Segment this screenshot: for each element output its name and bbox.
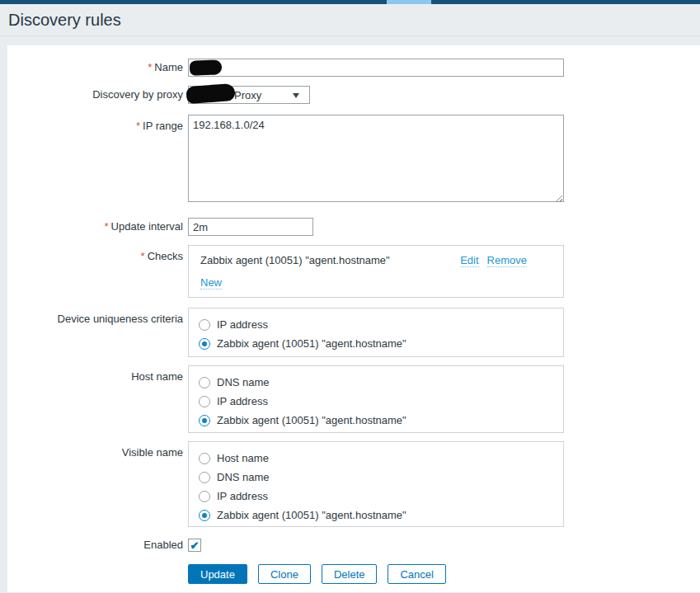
radio-icon[interactable] xyxy=(199,472,210,483)
redaction-mark xyxy=(186,83,235,104)
device-uniqueness-label: Device uniqueness criteria xyxy=(7,308,183,325)
radio-checked-icon[interactable] xyxy=(199,338,210,350)
clone-button[interactable]: Clone xyxy=(258,564,311,584)
host-name-label: Host name xyxy=(7,365,183,383)
row-name: *Name xyxy=(7,59,700,77)
enabled-label: Enabled xyxy=(7,539,183,552)
row-checks: *Checks Zabbix agent (10051) "agent.host… xyxy=(7,245,700,298)
visible-name-radio-group: Host name DNS name IP address Zabbix age… xyxy=(188,441,564,527)
check-item-name: Zabbix agent (10051) "agent.hostname" xyxy=(200,254,390,266)
radio-icon[interactable] xyxy=(199,377,210,388)
radio-option-label: IP address xyxy=(217,490,268,502)
top-nav-bar xyxy=(0,0,700,4)
cancel-button[interactable]: Cancel xyxy=(388,564,445,584)
update-button[interactable]: Update xyxy=(188,564,247,584)
checkmark-icon: ✔ xyxy=(190,540,200,551)
name-field-wrap xyxy=(188,59,564,77)
visible-name-option-zabbix-agent[interactable]: Zabbix agent (10051) "agent.hostname" xyxy=(199,506,563,525)
footer-buttons: Update Clone Delete Cancel xyxy=(188,564,446,584)
proxy-select[interactable]: Proxy xyxy=(188,86,310,104)
radio-option-label: DNS name xyxy=(217,471,270,483)
radio-icon[interactable] xyxy=(199,453,210,464)
host-name-option-ip-address[interactable]: IP address xyxy=(199,392,563,411)
name-label: *Name xyxy=(7,59,183,77)
uniqueness-option-ip-address[interactable]: IP address xyxy=(199,315,563,334)
ip-range-textarea[interactable]: 192.168.1.0/24 xyxy=(188,115,564,202)
host-name-radio-group: DNS name IP address Zabbix agent (10051)… xyxy=(188,365,564,433)
update-interval-label: *Update interval xyxy=(7,218,183,236)
radio-option-label: IP address xyxy=(217,395,268,407)
page-header: Discovery rules xyxy=(0,4,700,36)
row-update-interval: *Update interval xyxy=(7,218,700,236)
proxy-label: Discovery by proxy xyxy=(7,86,183,104)
required-asterisk: * xyxy=(136,120,140,132)
top-nav-active-indicator xyxy=(387,0,431,4)
remove-check-link[interactable]: Remove xyxy=(487,254,527,267)
edit-check-link[interactable]: Edit xyxy=(460,254,478,267)
visible-name-option-dns-name[interactable]: DNS name xyxy=(199,468,563,487)
required-asterisk: * xyxy=(104,220,108,233)
visible-name-option-ip-address[interactable]: IP address xyxy=(199,487,563,506)
check-item-actions: Edit Remove xyxy=(460,254,527,267)
visible-name-label: Visible name xyxy=(7,441,183,459)
host-name-option-zabbix-agent[interactable]: Zabbix agent (10051) "agent.hostname" xyxy=(199,411,563,430)
name-input[interactable] xyxy=(188,59,564,77)
radio-icon[interactable] xyxy=(199,319,210,331)
radio-icon[interactable] xyxy=(199,491,210,502)
required-asterisk: * xyxy=(148,61,152,73)
row-ip-range: *IP range 192.168.1.0/24 xyxy=(7,115,700,205)
new-check-row: New xyxy=(200,276,552,289)
row-visible-name: Visible name Host name DNS name IP addre… xyxy=(7,441,700,527)
discovery-rule-form: *Name Discovery by proxy Proxy *IP range… xyxy=(7,45,700,592)
row-footer-buttons: Update Clone Delete Cancel xyxy=(7,564,700,584)
host-name-option-dns-name[interactable]: DNS name xyxy=(199,373,563,392)
uniqueness-option-zabbix-agent[interactable]: Zabbix agent (10051) "agent.hostname" xyxy=(199,334,563,353)
radio-icon[interactable] xyxy=(199,396,210,407)
row-enabled: Enabled ✔ xyxy=(7,539,700,552)
radio-option-label: Zabbix agent (10051) "agent.hostname" xyxy=(217,414,406,426)
radio-option-label: IP address xyxy=(217,318,268,331)
visible-name-option-host-name[interactable]: Host name xyxy=(199,449,563,468)
chevron-down-icon xyxy=(293,93,299,98)
row-host-name: Host name DNS name IP address Zabbix age… xyxy=(7,365,700,433)
checks-list: Zabbix agent (10051) "agent.hostname" Ed… xyxy=(188,245,564,298)
radio-option-label: Host name xyxy=(217,452,269,464)
proxy-selected-value: Proxy xyxy=(234,89,261,101)
checks-label: *Checks xyxy=(7,245,183,262)
radio-checked-icon[interactable] xyxy=(199,510,210,521)
new-check-link[interactable]: New xyxy=(200,276,222,289)
radio-option-label: Zabbix agent (10051) "agent.hostname" xyxy=(217,509,406,521)
page-title: Discovery rules xyxy=(8,11,121,30)
device-uniqueness-radio-group: IP address Zabbix agent (10051) "agent.h… xyxy=(188,308,564,357)
delete-button[interactable]: Delete xyxy=(322,564,378,584)
radio-option-label: Zabbix agent (10051) "agent.hostname" xyxy=(217,337,406,350)
row-discovery-by-proxy: Discovery by proxy Proxy xyxy=(7,86,700,104)
enabled-checkbox[interactable]: ✔ xyxy=(188,539,201,552)
row-device-uniqueness: Device uniqueness criteria IP address Za… xyxy=(7,308,700,357)
ip-range-label: *IP range xyxy=(7,115,183,132)
redaction-mark xyxy=(190,59,223,75)
required-asterisk: * xyxy=(141,250,145,262)
update-interval-input[interactable] xyxy=(188,218,313,236)
radio-checked-icon[interactable] xyxy=(199,415,210,426)
check-item-row: Zabbix agent (10051) "agent.hostname" Ed… xyxy=(200,254,552,267)
radio-option-label: DNS name xyxy=(217,376,270,388)
ip-range-field-wrap: 192.168.1.0/24 xyxy=(188,115,564,205)
